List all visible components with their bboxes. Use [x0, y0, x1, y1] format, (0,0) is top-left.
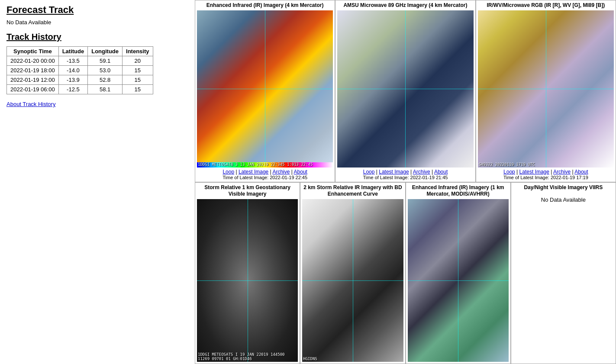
bottom-imagery-title-3: Day/Night Visible Imagery VIIRS: [524, 184, 603, 191]
col-header-intensity: Intensity: [123, 47, 153, 56]
table-cell: -14.0: [58, 66, 88, 75]
top-imagery-title-2: IR/WV/Microwave RGB (IR [R], WV [G], MI8…: [487, 2, 605, 9]
top-imagery-links-0: Loop | Latest Image | Archive | About: [223, 169, 307, 175]
table-cell: 15: [123, 85, 153, 94]
table-cell: 2022-01-19 18:00: [7, 66, 59, 75]
table-cell: 52.8: [88, 75, 123, 85]
top-link-1-about[interactable]: About: [434, 169, 448, 175]
table-cell: 53.0: [88, 66, 123, 75]
table-cell: 20: [123, 56, 153, 66]
top-imagery-links-2: Loop | Latest Image | Archive | About: [503, 169, 588, 175]
imagery-grid: Enhanced Infrared (IR) Imagery (4 km Mer…: [195, 0, 616, 364]
top-imagery-links-1: Loop | Latest Image | Archive | About: [363, 169, 448, 175]
top-link-1-latest-image[interactable]: Latest Image: [379, 169, 409, 175]
top-imagery-img-2: SH9322 20220119 1719 UTC: [478, 10, 614, 168]
top-imagery-cell-1: AMSU Microwave 89 GHz Imagery (4 km Merc…: [335, 0, 475, 182]
top-imagery-time-2: Time of Latest Image: 2022-01-19 17:19: [503, 175, 588, 180]
bottom-imagery-img-1: HGIDNS: [302, 199, 403, 362]
top-imagery-time-0: Time of Latest Image: 2022-01-19 22:45: [223, 175, 307, 180]
imagery-top-row: Enhanced Infrared (IR) Imagery (4 km Mer…: [195, 0, 616, 182]
table-cell: 58.1: [88, 85, 123, 94]
table-row: 2022-01-19 06:00-12.558.115: [7, 85, 153, 94]
top-link-0-latest-image[interactable]: Latest Image: [239, 169, 268, 175]
top-link-0-archive[interactable]: Archive: [272, 169, 290, 175]
table-cell: -13.9: [58, 75, 88, 85]
bottom-imagery-title-0: Storm Relative 1 km Geostationary Visibl…: [197, 184, 298, 198]
bottom-imagery-img-0: 1DDGI METEOSATS I 19 JAN 22019 144500 11…: [197, 199, 298, 362]
top-imagery-cell-0: Enhanced Infrared (IR) Imagery (4 km Mer…: [195, 0, 335, 182]
table-cell: 2022-01-19 06:00: [7, 85, 59, 94]
bottom-imagery-cell-1: 2 km Storm Relative IR Imagery with BD E…: [300, 182, 405, 364]
bottom-imagery-no-data-3: No Data Available: [541, 196, 586, 203]
table-cell: 15: [123, 75, 153, 85]
table-row: 2022-01-19 18:00-14.053.015: [7, 66, 153, 75]
top-imagery-img-0: 1DDGI METEOSAT8 3 13 JAN 20219 22:345 1:…: [197, 10, 333, 168]
table-cell: -13.5: [58, 56, 88, 66]
top-link-0-about[interactable]: About: [294, 169, 307, 175]
main-container: Forecast Track No Data Available Track H…: [0, 0, 616, 364]
top-link-0-loop[interactable]: Loop: [223, 169, 234, 175]
top-imagery-title-0: Enhanced Infrared (IR) Imagery (4 km Mer…: [206, 2, 324, 9]
col-header-longitude: Longitude: [88, 47, 123, 56]
top-imagery-cell-2: IR/WV/Microwave RGB (IR [R], WV [G], MI8…: [476, 0, 616, 182]
top-link-2-archive[interactable]: Archive: [553, 169, 571, 175]
left-panel: Forecast Track No Data Available Track H…: [0, 0, 195, 364]
top-imagery-img-1: [337, 10, 473, 168]
bottom-imagery-img-2: [408, 199, 509, 362]
bottom-imagery-cell-3: Day/Night Visible Imagery VIIRSNo Data A…: [511, 182, 616, 364]
top-link-1-loop[interactable]: Loop: [363, 169, 375, 175]
forecast-track-no-data: No Data Available: [6, 19, 188, 26]
bottom-imagery-cell-2: Enhanced Infrared (IR) Imagery (1 km Mer…: [406, 182, 511, 364]
top-imagery-time-1: Time of Latest Image: 2022-01-19 21:45: [363, 175, 448, 180]
table-cell: 15: [123, 66, 153, 75]
forecast-track-title: Forecast Track: [6, 4, 188, 16]
top-link-2-latest-image[interactable]: Latest Image: [519, 169, 549, 175]
col-header-latitude: Latitude: [58, 47, 88, 56]
track-history-title: Track History: [6, 32, 188, 42]
top-link-2-about[interactable]: About: [574, 169, 588, 175]
table-cell: 2022-01-19 12:00: [7, 75, 59, 85]
table-cell: 59.1: [88, 56, 123, 66]
bottom-imagery-cell-0: Storm Relative 1 km Geostationary Visibl…: [195, 182, 300, 364]
imagery-bottom-row: Storm Relative 1 km Geostationary Visibl…: [195, 182, 616, 364]
about-track-history-link[interactable]: About Track History: [6, 101, 55, 107]
table-row: 2022-01-20 00:00-13.559.120: [7, 56, 153, 66]
table-cell: 2022-01-20 00:00: [7, 56, 59, 66]
bottom-imagery-title-1: 2 km Storm Relative IR Imagery with BD E…: [302, 184, 403, 198]
top-link-2-loop[interactable]: Loop: [503, 169, 515, 175]
top-link-1-archive[interactable]: Archive: [413, 169, 430, 175]
track-history-table: Synoptic Time Latitude Longitude Intensi…: [6, 46, 153, 94]
table-row: 2022-01-19 12:00-13.952.815: [7, 75, 153, 85]
bottom-imagery-title-2: Enhanced Infrared (IR) Imagery (1 km Mer…: [408, 184, 509, 198]
col-header-synoptic: Synoptic Time: [7, 47, 59, 56]
table-cell: -12.5: [58, 85, 88, 94]
top-imagery-title-1: AMSU Microwave 89 GHz Imagery (4 km Merc…: [343, 2, 467, 9]
